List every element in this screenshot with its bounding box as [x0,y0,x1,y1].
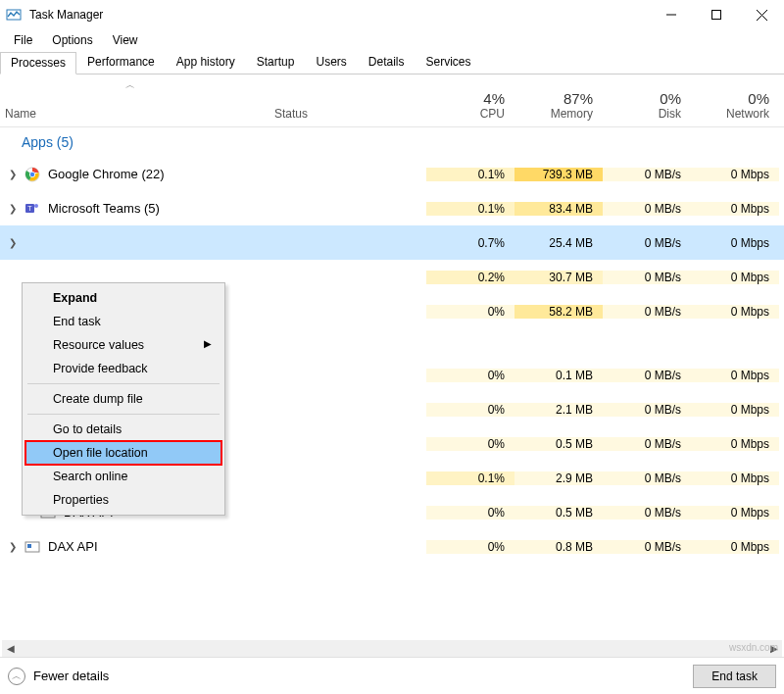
svg-text:T: T [27,205,32,212]
disk-label: Disk [603,107,681,121]
column-name[interactable]: Name [0,107,274,126]
app-icon: T [24,200,41,218]
memory-cell: 0.1 MB [514,369,603,382]
memory-percent: 87% [514,90,593,107]
memory-cell: 30.7 MB [514,271,603,284]
network-cell: 0 Mbps [691,369,779,382]
process-name: Microsoft Teams (5) [48,201,160,216]
network-cell: 0 Mbps [691,403,779,417]
cpu-cell: 0% [426,437,514,451]
chevron-right-icon[interactable]: ❯ [6,541,20,552]
menu-view[interactable]: View [103,31,148,49]
memory-cell: 25.4 MB [514,236,603,250]
cpu-cell: 0% [426,369,514,382]
table-row[interactable]: ❯0.7%25.4 MB0 MB/s0 Mbps [0,225,784,260]
cpu-cell: 0% [426,403,514,417]
ctx-end-task[interactable]: End task [25,310,221,333]
column-network[interactable]: 0% Network [691,90,779,126]
ctx-provide-feedback[interactable]: Provide feedback [25,357,221,380]
column-status[interactable]: Status [274,107,426,126]
disk-percent: 0% [603,90,681,107]
disk-cell: 0 MB/s [603,202,691,216]
cpu-percent: 4% [426,90,505,107]
app-icon [24,234,41,252]
cpu-cell: 0.2% [426,271,514,284]
ctx-search-online[interactable]: Search online [25,465,221,488]
ctx-expand[interactable]: Expand [25,286,221,310]
fewer-details-icon[interactable]: ︿ [8,668,25,685]
minimize-button[interactable] [649,0,694,29]
chevron-right-icon[interactable]: ❯ [6,169,20,179]
menubar: File Options View [0,29,784,51]
end-task-button[interactable]: End task [693,665,776,688]
process-name-cell: ❯Google Chrome (22) [0,166,274,183]
task-manager-icon [6,7,22,23]
table-row[interactable]: ❯Google Chrome (22)0.1%739.3 MB0 MB/s0 M… [0,157,784,191]
process-name: DAX API [48,539,98,554]
app-icon [24,538,41,556]
process-name: Google Chrome (22) [48,167,165,181]
menu-file[interactable]: File [4,31,42,49]
disk-cell: 0 MB/s [603,305,691,319]
column-disk[interactable]: 0% Disk [603,90,691,126]
memory-cell: 83.4 MB [514,202,603,216]
disk-cell: 0 MB/s [603,369,691,382]
svg-point-8 [30,172,34,175]
disk-cell: 0 MB/s [603,471,691,485]
ctx-go-to-details[interactable]: Go to details [25,418,221,441]
horizontal-scrollbar[interactable]: ◀ ▶ [2,640,782,657]
cpu-cell: 0% [426,305,514,319]
fewer-details-label[interactable]: Fewer details [33,669,109,683]
memory-cell: 739.3 MB [514,168,603,181]
window-title: Task Manager [29,8,649,22]
chevron-right-icon[interactable]: ❯ [6,237,20,248]
svg-rect-2 [712,11,721,20]
table-row[interactable]: ❯TMicrosoft Teams (5)0.1%83.4 MB0 MB/s0 … [0,191,784,225]
cpu-cell: 0.1% [426,471,514,485]
cpu-cell: 0.7% [426,236,514,250]
disk-cell: 0 MB/s [603,437,691,451]
cpu-cell: 0% [426,506,514,520]
disk-cell: 0 MB/s [603,540,691,554]
tab-services[interactable]: Services [416,51,482,74]
column-memory[interactable]: 87% Memory [514,90,603,126]
tab-users[interactable]: Users [305,51,357,74]
disk-cell: 0 MB/s [603,236,691,250]
network-cell: 0 Mbps [691,540,779,554]
table-row[interactable]: ❯DAX API0%0.8 MB0 MB/s0 Mbps [0,529,784,564]
ctx-resource-values[interactable]: Resource values ▶ [25,333,221,357]
tab-details[interactable]: Details [358,51,416,74]
disk-cell: 0 MB/s [603,506,691,520]
maximize-button[interactable] [694,0,739,29]
disk-cell: 0 MB/s [603,168,691,181]
network-cell: 0 Mbps [691,271,779,284]
tab-startup[interactable]: Startup [246,51,306,74]
tab-processes[interactable]: Processes [0,52,76,74]
svg-point-11 [34,204,38,208]
menu-options[interactable]: Options [42,31,102,49]
memory-cell: 2.9 MB [514,471,603,485]
network-cell: 0 Mbps [691,305,779,319]
process-name-cell: ❯DAX API [0,538,274,556]
network-cell: 0 Mbps [691,506,779,520]
cpu-cell: 0.1% [426,202,514,216]
group-apps[interactable]: Apps (5) [0,127,784,157]
network-cell: 0 Mbps [691,202,779,216]
cpu-label: CPU [426,107,505,121]
disk-cell: 0 MB/s [603,403,691,417]
network-cell: 0 Mbps [691,236,779,250]
tab-app-history[interactable]: App history [166,51,246,74]
column-cpu[interactable]: 4% CPU [426,90,514,126]
close-button[interactable] [739,0,784,29]
memory-cell: 2.1 MB [514,403,603,417]
footer: ︿ Fewer details End task [0,657,784,694]
tab-performance[interactable]: Performance [76,51,166,74]
ctx-open-file-location[interactable]: Open file location [25,441,221,465]
network-cell: 0 Mbps [691,437,779,451]
memory-cell: 0.8 MB [514,540,603,554]
ctx-create-dump-file[interactable]: Create dump file [25,387,221,411]
scroll-left-icon[interactable]: ◀ [2,640,19,657]
ctx-properties[interactable]: Properties [25,488,221,512]
chevron-right-icon[interactable]: ❯ [6,203,20,214]
disk-cell: 0 MB/s [603,271,691,284]
